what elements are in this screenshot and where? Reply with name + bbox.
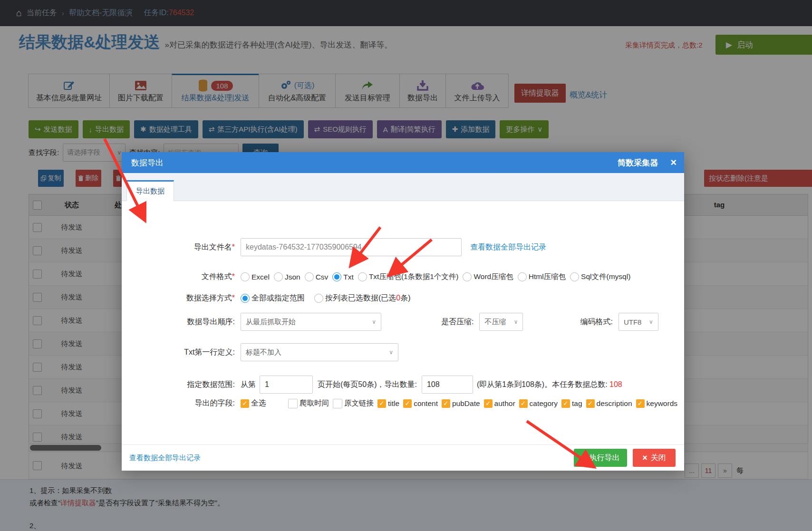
checked-checkbox-icon: ✓ bbox=[561, 399, 570, 408]
format-radio-html-zip[interactable]: Html压缩包 bbox=[518, 272, 566, 282]
unchecked-checkbox-icon bbox=[333, 399, 342, 408]
format-radio-txt[interactable]: Txt bbox=[332, 272, 354, 281]
radio-icon bbox=[463, 272, 472, 281]
checked-checkbox-icon: ✓ bbox=[403, 399, 412, 408]
field-checkbox-category[interactable]: ✓category bbox=[519, 399, 558, 408]
chevron-down-icon: ∨ bbox=[372, 319, 376, 325]
format-radio-word-zip[interactable]: Word压缩包 bbox=[463, 272, 513, 282]
range-from-label: 从第 bbox=[241, 380, 256, 390]
field-checkbox-title[interactable]: ✓title bbox=[377, 399, 399, 408]
checked-checkbox-icon: ✓ bbox=[442, 399, 450, 408]
run-export-button[interactable]: ▶执行导出 bbox=[574, 449, 627, 467]
export-order-label: 数据导出顺序: bbox=[122, 317, 241, 327]
field-checkbox-source-url[interactable]: 原文链接 bbox=[333, 398, 374, 408]
encoding-select[interactable]: UTF8∨ bbox=[619, 313, 658, 331]
selection-radio-selected[interactable]: 按列表已选数据(已选0条) bbox=[314, 293, 411, 303]
checked-checkbox-icon: ✓ bbox=[519, 399, 528, 408]
range-note: (即从第1条到108条)。本任务数据总数: 108 bbox=[477, 380, 622, 390]
total-count: 108 bbox=[609, 380, 622, 388]
range-mid-label: 页开始(每页50条)，导出数量: bbox=[318, 380, 417, 390]
field-checkbox-keywords[interactable]: ✓keywords bbox=[636, 399, 677, 408]
field-checkbox-crawl-time[interactable]: 爬取时间 bbox=[288, 398, 329, 408]
radio-icon bbox=[518, 272, 527, 281]
chevron-down-icon: ∨ bbox=[514, 319, 518, 325]
export-history-link-footer[interactable]: 查看数据全部导出记录 bbox=[129, 454, 201, 463]
txt-first-line-select[interactable]: 标题不加入∨ bbox=[241, 343, 398, 361]
selection-mode-label: 数据选择方式* bbox=[122, 293, 241, 303]
filename-input[interactable] bbox=[241, 238, 462, 256]
brand-name: 简数采集器 bbox=[618, 157, 658, 168]
modal-header: 数据导出 简数采集器 × bbox=[122, 152, 684, 173]
radio-icon bbox=[305, 272, 314, 281]
modal-footer: 查看数据全部导出记录 ▶执行导出 ×关闭 bbox=[122, 444, 684, 471]
checked-checkbox-icon: ✓ bbox=[636, 399, 645, 408]
close-icon[interactable]: × bbox=[670, 157, 677, 168]
chevron-down-icon: ∨ bbox=[389, 349, 393, 356]
play-icon: ▶ bbox=[581, 454, 585, 461]
radio-icon bbox=[358, 272, 367, 281]
field-checkbox-description[interactable]: ✓description bbox=[586, 399, 632, 408]
checked-checkbox-icon: ✓ bbox=[377, 399, 386, 408]
format-radio-excel[interactable]: Excel bbox=[241, 272, 270, 281]
format-radio-csv[interactable]: Csv bbox=[305, 272, 329, 281]
export-fields-label: 导出的字段: bbox=[122, 398, 241, 408]
range-label: 指定数据范围: bbox=[122, 380, 241, 390]
selection-radio-all[interactable]: 全部或指定范围 bbox=[241, 293, 305, 303]
format-radio-json[interactable]: Json bbox=[274, 272, 300, 281]
radio-selected-icon bbox=[241, 294, 250, 303]
encoding-label: 编码格式: bbox=[580, 317, 612, 327]
field-checkbox-pubdate[interactable]: ✓pubDate bbox=[442, 399, 480, 408]
radio-icon bbox=[314, 294, 323, 303]
format-radio-sql[interactable]: Sql文件(mysql) bbox=[570, 272, 630, 282]
format-label: 文件格式* bbox=[122, 272, 241, 282]
field-checkbox-tag[interactable]: ✓tag bbox=[561, 399, 582, 408]
start-page-input[interactable] bbox=[260, 376, 313, 394]
modal-title: 数据导出 bbox=[131, 157, 618, 168]
checked-checkbox-icon: ✓ bbox=[241, 399, 249, 408]
unchecked-checkbox-icon bbox=[288, 399, 298, 408]
export-count-input[interactable] bbox=[422, 376, 473, 394]
close-modal-button[interactable]: ×关闭 bbox=[633, 449, 676, 467]
format-radio-txt-zip[interactable]: Txt压缩包(1条数据1个文件) bbox=[358, 272, 459, 282]
radio-icon bbox=[274, 272, 283, 281]
filename-label: 导出文件名* bbox=[122, 242, 241, 252]
close-icon: × bbox=[642, 453, 648, 463]
checked-checkbox-icon: ✓ bbox=[586, 399, 595, 408]
field-checkbox-author[interactable]: ✓author bbox=[484, 399, 515, 408]
export-data-tab[interactable]: 导出数据 bbox=[126, 180, 174, 201]
data-export-modal: 数据导出 简数采集器 × 导出数据 导出文件名* 查看数据全部导出记录 文件格式… bbox=[122, 152, 684, 471]
modal-body: 导出文件名* 查看数据全部导出记录 文件格式* Excel Json Csv T… bbox=[122, 201, 684, 408]
select-all-fields-checkbox[interactable]: ✓全选 bbox=[241, 398, 266, 408]
radio-icon bbox=[570, 272, 579, 281]
modal-tab-strip: 导出数据 bbox=[122, 173, 684, 201]
chevron-down-icon: ∨ bbox=[649, 319, 653, 325]
checked-checkbox-icon: ✓ bbox=[484, 399, 493, 408]
export-order-select[interactable]: 从最后抓取开始∨ bbox=[241, 313, 381, 331]
radio-icon bbox=[241, 272, 250, 281]
export-history-link[interactable]: 查看数据全部导出记录 bbox=[470, 242, 546, 252]
radio-selected-icon bbox=[332, 272, 341, 281]
txt-first-line-label: Txt第一行定义: bbox=[122, 348, 241, 357]
compress-label: 是否压缩: bbox=[441, 317, 474, 327]
compress-select[interactable]: 不压缩∨ bbox=[479, 313, 523, 331]
field-checkbox-content[interactable]: ✓content bbox=[403, 399, 438, 408]
